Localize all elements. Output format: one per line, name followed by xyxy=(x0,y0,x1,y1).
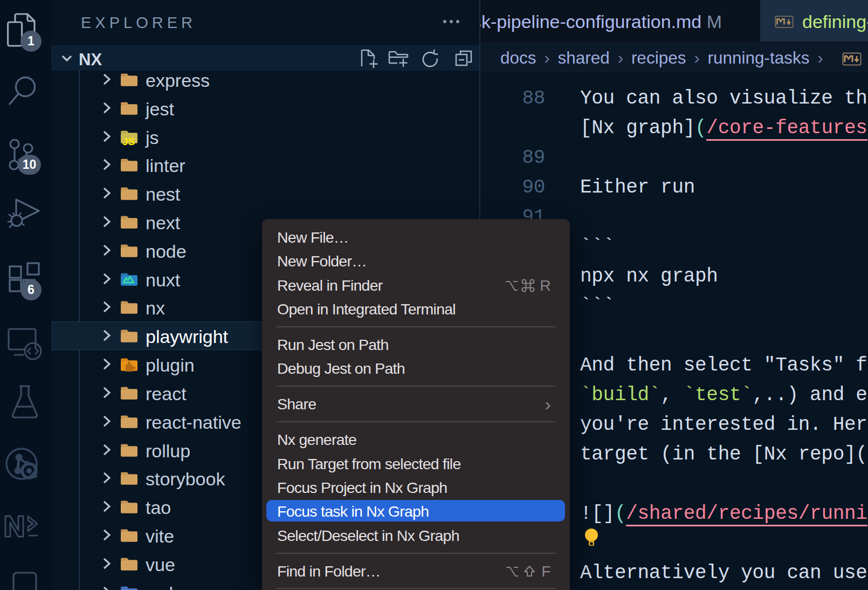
svg-text:JS: JS xyxy=(122,136,135,147)
